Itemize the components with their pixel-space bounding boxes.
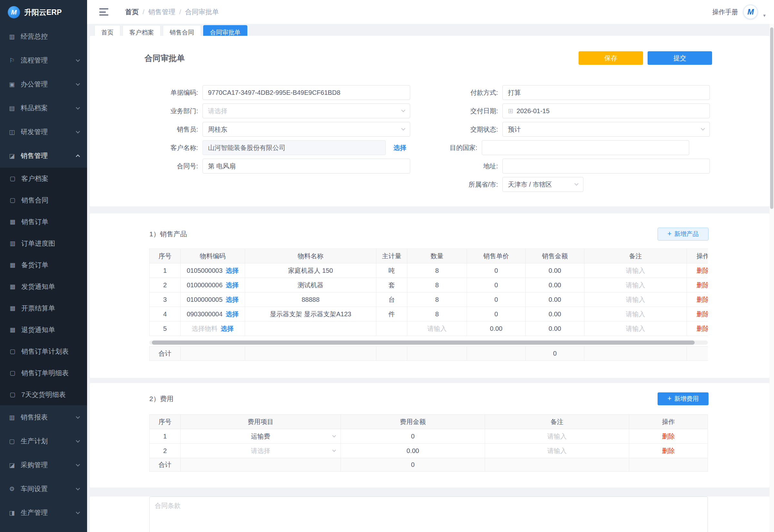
sidebar-subitem[interactable]: ▢7天交货明细表 [0,384,87,405]
breadcrumb-item[interactable]: 首页 [125,7,139,16]
sidebar-subitem[interactable]: ▢销售订单明细表 [0,362,87,384]
remark-input[interactable]: 请输入 [584,321,687,336]
province-label: 所属省/市: [90,180,502,189]
sidebar-item[interactable]: ◪销售管理 [0,144,87,168]
contract-terms-textarea[interactable]: 合同条款 [149,497,708,532]
caret-down-icon[interactable]: ▾ [763,13,766,18]
qty-input[interactable]: 8 [407,292,467,307]
cell-seq: 1 [150,429,181,444]
remark-input[interactable]: 请输入 [584,307,687,321]
horizontal-scrollbar-thumb[interactable] [152,340,695,345]
choose-material-link[interactable]: 选择 [226,266,239,275]
choose-material-link[interactable]: 选择 [226,295,239,304]
delete-product-link[interactable]: 删除 [697,310,708,319]
sidebar-item-label: 销售报表 [21,413,48,422]
sidebar-item[interactable]: ▤料品档案 [0,96,87,120]
sidebar-subitem[interactable]: ▦开票结算单 [0,297,87,319]
chevron-down-icon [76,488,79,490]
price-input[interactable]: 0 [467,307,526,321]
delete-fee-link[interactable]: 删除 [662,447,675,455]
province-cascader[interactable]: 天津市 / 市辖区 [502,177,583,192]
qty-input[interactable]: 8 [407,263,467,278]
breadcrumb-item[interactable]: 销售管理 [148,7,175,16]
delete-product-link[interactable]: 删除 [697,266,708,275]
remark-input[interactable]: 请输入 [584,292,687,307]
payment-input[interactable]: 打算 [502,85,710,100]
sidebar-item[interactable]: ◨生产管理 [0,501,87,525]
price-input[interactable]: 0 [467,263,526,278]
tab-item[interactable]: 客户档案 [123,25,161,36]
user-avatar[interactable]: M [743,5,758,19]
topbar-right: 操作手册 M ▾ [712,5,766,19]
sidebar-subitem[interactable]: ▦发货通知单 [0,276,87,297]
cell-material-name [245,321,376,336]
price-input[interactable]: 0.00 [467,321,526,336]
remark-input[interactable]: 请输入 [584,263,687,278]
sidebar-subitem[interactable]: ▢客户档案 [0,168,87,189]
manual-link[interactable]: 操作手册 [712,8,738,16]
sidebar-subitem[interactable]: ▢销售订单计划表 [0,340,87,362]
total-empty-cell [245,347,376,361]
price-input[interactable]: 0 [467,278,526,292]
submit-button[interactable]: 提交 [648,51,712,65]
sidebar-subitem[interactable]: ▥订单进度图 [0,232,87,254]
delivery-status-value: 预计 [508,125,521,134]
add-product-button[interactable]: + 新增产品 [658,228,709,241]
main-area: 首页/销售管理/合同审批单 操作手册 M ▾ 首页客户档案销售合同合同审批单 合… [87,0,774,532]
delete-fee-link[interactable]: 删除 [662,432,675,441]
total-row: 合计0 [150,458,708,472]
sidebar-item[interactable]: ▢生产计划 [0,429,87,453]
tab-item[interactable]: 销售合同 [163,25,201,36]
sidebar-item[interactable]: ◫研发管理 [0,120,87,144]
contract-no-input[interactable]: 第 电风扇 [203,159,410,173]
fee-item-select[interactable]: 运输费 [181,429,341,444]
products-table: 序号物料编码物料名称主计量数量销售单价销售金额备注操作10105000003选择… [149,249,708,336]
sidebar-item[interactable]: ▥经营总控 [0,25,87,48]
sidebar-subitem[interactable]: ▦退货通知单 [0,319,87,340]
choose-customer-link[interactable]: 选择 [393,143,406,152]
doc-code-input[interactable]: 9770CA17-3497-4DB2-995E-B49E9CF61BD8 [203,85,410,100]
delete-product-link[interactable]: 删除 [697,281,708,290]
department-select[interactable]: 请选择 [203,103,410,118]
sidebar-subitem[interactable]: ▦销售订单 [0,211,87,232]
add-fee-button[interactable]: + 新增费用 [658,392,709,405]
remark-input[interactable]: 请输入 [485,429,629,444]
app-name: 升阳云ERP [24,7,62,17]
fee-item-select[interactable]: 请选择 [181,444,341,458]
sidebar-subitem[interactable]: ▢销售合同 [0,189,87,211]
sidebar-item[interactable]: ▥销售报表 [0,405,87,429]
qty-input[interactable]: 8 [407,307,467,321]
remark-input[interactable]: 请输入 [584,278,687,292]
remark-input[interactable]: 请输入 [485,444,629,458]
customer-input: 山河智能装备股份有限公司 [203,140,386,155]
qty-input[interactable]: 8 [407,278,467,292]
delete-product-link[interactable]: 删除 [697,324,708,333]
delivery-date-input[interactable]: ⊞ 2026-01-15 [502,103,710,118]
fee-amount-input[interactable]: 0 [341,429,485,444]
save-button[interactable]: 保存 [579,51,643,65]
tab-item[interactable]: 首页 [94,25,120,36]
amount-value: 0.00 [526,292,584,307]
sidebar-item[interactable]: ▣办公管理 [0,72,87,96]
column-header: 物料名称 [245,249,376,263]
price-input[interactable]: 0 [467,292,526,307]
choose-material-link[interactable]: 选择 [226,310,239,319]
sidebar-subitem[interactable]: ▦备货订单 [0,254,87,276]
delete-product-link[interactable]: 删除 [697,295,708,304]
menu-fold-icon[interactable] [99,8,108,15]
fee-amount-input[interactable]: 0.00 [341,444,485,458]
delivery-status-select[interactable]: 预计 [502,122,710,137]
address-input[interactable] [502,159,710,173]
salesman-select[interactable]: 周桂东 [203,122,410,137]
topbar: 首页/销售管理/合同审批单 操作手册 M ▾ [87,0,774,24]
choose-material-link[interactable]: 选择 [221,324,234,333]
sidebar-item[interactable]: ⚙车间设置 [0,477,87,501]
dest-country-input[interactable] [482,140,689,155]
sidebar-item[interactable]: ◪采购管理 [0,453,87,477]
column-header: 备注 [485,415,629,429]
qty-input[interactable]: 请输入 [407,321,467,336]
choose-material-link[interactable]: 选择 [226,281,239,290]
tab-active[interactable]: 合同审批单 [203,25,247,36]
vertical-scrollbar-thumb[interactable] [770,27,773,209]
sidebar-item[interactable]: ⚐流程管理 [0,48,87,72]
